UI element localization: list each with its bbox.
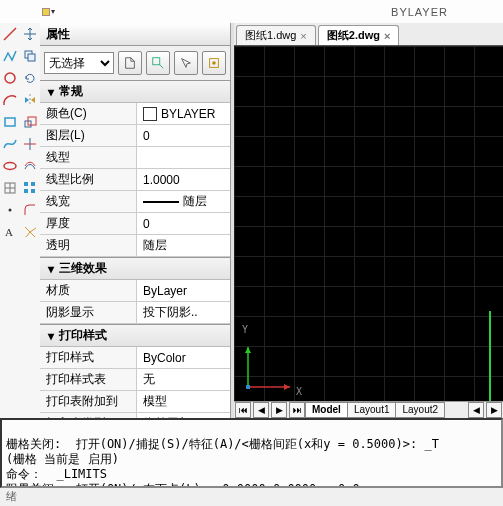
group-header[interactable]: ▾打印样式 xyxy=(40,324,230,347)
selection-combo[interactable]: 无选择 xyxy=(44,52,114,74)
hatch-icon[interactable] xyxy=(2,180,18,196)
property-value[interactable]: 0 xyxy=(137,125,230,146)
fillet-icon[interactable] xyxy=(22,202,38,218)
text-icon[interactable]: A xyxy=(2,224,18,240)
properties-panel: 属性 无选择 ▾常规颜色(C)BYLAYER图层(L)0线型线型比例1.0000… xyxy=(40,23,231,418)
svg-rect-26 xyxy=(246,385,250,389)
left-toolbar-2 xyxy=(20,23,41,418)
close-icon[interactable]: × xyxy=(384,30,390,42)
property-value[interactable]: 无 xyxy=(137,369,230,390)
tab-last-button[interactable]: ⏭ xyxy=(289,402,305,418)
ucs-icon xyxy=(240,335,300,395)
array-icon[interactable] xyxy=(22,180,38,196)
scroll-right-button[interactable]: ▶ xyxy=(486,402,502,418)
property-row[interactable]: 图层(L)0 xyxy=(40,125,230,147)
svg-marker-23 xyxy=(284,384,290,390)
svg-rect-15 xyxy=(24,182,28,186)
drawn-line xyxy=(489,311,491,401)
property-value[interactable]: BYLAYER xyxy=(137,103,230,124)
axis-y-label: Y xyxy=(242,324,248,335)
drawing-canvas[interactable]: X Y xyxy=(234,46,503,401)
tab-prev-button[interactable]: ◀ xyxy=(253,402,269,418)
close-icon[interactable]: × xyxy=(300,30,306,42)
layout-tab[interactable]: Model xyxy=(305,402,348,418)
property-key: 打印样式 xyxy=(40,347,137,368)
property-row[interactable]: 线宽随层 xyxy=(40,191,230,213)
linetype-bylayer: BYLAYER xyxy=(391,6,448,18)
offset-icon[interactable] xyxy=(22,158,38,174)
property-value[interactable]: 0 xyxy=(137,213,230,234)
trim-icon[interactable] xyxy=(22,136,38,152)
axis-x-label: X xyxy=(296,386,302,397)
property-value[interactable]: 随层 xyxy=(137,191,230,212)
property-value[interactable]: ByLayer xyxy=(137,280,230,301)
ellipse-icon[interactable] xyxy=(2,158,18,174)
quick-select-button[interactable] xyxy=(118,51,142,75)
rotate-icon[interactable] xyxy=(22,70,38,86)
rect-icon[interactable] xyxy=(2,114,18,130)
polyline-icon[interactable] xyxy=(2,48,18,64)
svg-rect-2 xyxy=(5,118,15,126)
toggle-pinned-button[interactable] xyxy=(202,51,226,75)
property-value[interactable]: 模型 xyxy=(137,391,230,412)
left-toolbar-1: A xyxy=(0,23,21,418)
layout-tab[interactable]: Layout1 xyxy=(347,402,397,418)
property-row[interactable]: 打印表附加到模型 xyxy=(40,391,230,413)
svg-point-7 xyxy=(9,209,12,212)
property-key: 透明 xyxy=(40,235,137,256)
property-row[interactable]: 线型比例1.0000 xyxy=(40,169,230,191)
property-key: 图层(L) xyxy=(40,125,137,146)
property-row[interactable]: 打印样式ByColor xyxy=(40,347,230,369)
arc-icon[interactable] xyxy=(2,92,18,108)
property-row[interactable]: 阴影显示投下阴影.. xyxy=(40,302,230,324)
document-tab[interactable]: 图纸2.dwg× xyxy=(318,25,400,45)
property-key: 材质 xyxy=(40,280,137,301)
property-row[interactable]: 透明随层 xyxy=(40,235,230,257)
property-value[interactable]: ByColor xyxy=(137,347,230,368)
property-key: 阴影显示 xyxy=(40,302,137,323)
layout-tab[interactable]: Layout2 xyxy=(395,402,445,418)
mirror-icon[interactable] xyxy=(22,92,38,108)
svg-point-3 xyxy=(4,163,16,170)
move-icon[interactable] xyxy=(22,26,38,42)
svg-rect-17 xyxy=(24,189,28,193)
svg-point-21 xyxy=(212,61,216,65)
property-value[interactable]: 1.0000 xyxy=(137,169,230,190)
property-row[interactable]: 打印样式表无 xyxy=(40,369,230,391)
select-objects-button[interactable] xyxy=(174,51,198,75)
copy-icon[interactable] xyxy=(22,48,38,64)
line-icon[interactable] xyxy=(2,26,18,42)
cmd-line: (栅格 当前是 启用) xyxy=(6,452,119,466)
property-value[interactable]: 随层 xyxy=(137,235,230,256)
point-icon[interactable] xyxy=(2,202,18,218)
circle-icon[interactable] xyxy=(2,70,18,86)
property-key: 线宽 xyxy=(40,191,137,212)
document-tabs: 图纸1.dwg×图纸2.dwg× xyxy=(234,23,503,46)
property-key: 线型 xyxy=(40,147,137,168)
svg-point-1 xyxy=(5,73,15,83)
document-tab[interactable]: 图纸1.dwg× xyxy=(236,25,316,45)
cmd-line: 栅格关闭: 打开(ON)/捕捉(S)/特征(A)/<栅格间距(x和y = 0.5… xyxy=(6,437,439,451)
layer-combo[interactable]: ▾ xyxy=(42,7,55,16)
property-value[interactable]: 投下阴影.. xyxy=(137,302,230,323)
property-row[interactable]: 材质ByLayer xyxy=(40,280,230,302)
group-header[interactable]: ▾常规 xyxy=(40,80,230,103)
property-row[interactable]: 厚度0 xyxy=(40,213,230,235)
command-window[interactable]: 栅格关闭: 打开(ON)/捕捉(S)/特征(A)/<栅格间距(x和y = 0.5… xyxy=(0,418,503,488)
pick-add-button[interactable] xyxy=(146,51,170,75)
property-value[interactable] xyxy=(137,147,230,168)
property-key: 厚度 xyxy=(40,213,137,234)
property-row[interactable]: 线型 xyxy=(40,147,230,169)
scale-icon[interactable] xyxy=(22,114,38,130)
group-header[interactable]: ▾三维效果 xyxy=(40,257,230,280)
property-row[interactable]: 颜色(C)BYLAYER xyxy=(40,103,230,125)
scroll-left-button[interactable]: ◀ xyxy=(468,402,484,418)
layout-tab-bar: ⏮ ◀ ▶ ⏭ ModelLayout1Layout2 ◀ ▶ xyxy=(234,401,503,418)
svg-rect-16 xyxy=(31,182,35,186)
tab-first-button[interactable]: ⏮ xyxy=(235,402,251,418)
cmd-line: 命令： _LIMITS xyxy=(6,467,107,481)
property-key: 颜色(C) xyxy=(40,103,137,124)
explode-icon[interactable] xyxy=(22,224,38,240)
spline-icon[interactable] xyxy=(2,136,18,152)
tab-next-button[interactable]: ▶ xyxy=(271,402,287,418)
